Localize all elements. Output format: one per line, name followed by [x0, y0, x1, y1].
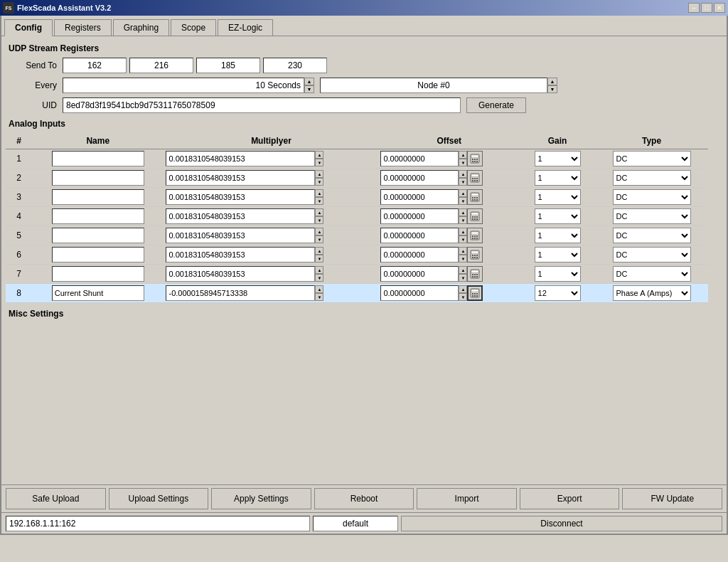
every-input[interactable]	[63, 78, 304, 93]
multiplier-input[interactable]	[166, 208, 315, 224]
offset-input[interactable]	[380, 247, 459, 263]
mult-spin-down[interactable]: ▼	[315, 274, 323, 282]
mult-spin-down[interactable]: ▼	[315, 178, 323, 186]
type-select[interactable]: DCACPhase A (Amps)Phase B (Amps)Phase C …	[613, 170, 691, 186]
tab-registers[interactable]: Registers	[54, 19, 112, 36]
mult-spin-up[interactable]: ▲	[315, 189, 323, 197]
name-input[interactable]	[52, 285, 144, 301]
gain-select[interactable]: 12481216	[535, 189, 581, 205]
mult-spin-up[interactable]: ▲	[315, 247, 323, 255]
offset-spin-up[interactable]: ▲	[459, 151, 467, 159]
offset-input[interactable]	[380, 266, 459, 282]
offset-spin-down[interactable]: ▼	[459, 197, 467, 205]
fw-update-button[interactable]: FW Update	[622, 488, 722, 509]
offset-spin-down[interactable]: ▼	[459, 216, 467, 224]
offset-spin-up[interactable]: ▲	[459, 208, 467, 216]
gain-select[interactable]: 12481216	[535, 208, 581, 224]
scrollable-content[interactable]: UDP Stream Registers Send To Every	[6, 41, 711, 482]
mult-spin-up[interactable]: ▲	[315, 151, 323, 159]
offset-spin-up[interactable]: ▲	[459, 247, 467, 255]
offset-spin-down[interactable]: ▼	[459, 274, 467, 282]
mult-spin-down[interactable]: ▼	[315, 197, 323, 205]
type-select[interactable]: DCACPhase A (Amps)Phase B (Amps)Phase C …	[613, 247, 691, 263]
type-select[interactable]: DCACPhase A (Amps)Phase B (Amps)Phase C …	[613, 189, 691, 205]
send-to-input-2[interactable]	[129, 58, 193, 73]
gain-select[interactable]: 12481216	[535, 285, 581, 301]
multiplier-input[interactable]	[166, 266, 315, 282]
offset-spin-up[interactable]: ▲	[459, 285, 467, 293]
calc-button[interactable]	[467, 285, 483, 301]
name-input[interactable]	[52, 189, 144, 205]
every-spin-down[interactable]: ▼	[304, 85, 314, 93]
apply-settings-button[interactable]: Apply Settings	[211, 488, 311, 509]
calc-button[interactable]	[467, 247, 483, 263]
send-to-input-4[interactable]	[263, 58, 327, 73]
tab-ez-logic[interactable]: EZ-Logic	[218, 19, 273, 36]
close-button[interactable]: ✕	[714, 3, 725, 13]
multiplier-input[interactable]	[166, 170, 315, 186]
mult-spin-down[interactable]: ▼	[315, 216, 323, 224]
status-profile-input[interactable]	[313, 516, 398, 531]
name-input[interactable]	[52, 266, 144, 282]
multiplier-input[interactable]	[166, 189, 315, 205]
calc-button[interactable]	[467, 170, 483, 186]
type-select[interactable]: DCACPhase A (Amps)Phase B (Amps)Phase C …	[613, 285, 691, 301]
safe-upload-button[interactable]: Safe Upload	[6, 488, 106, 509]
offset-input[interactable]	[380, 170, 459, 186]
node-input[interactable]	[320, 78, 547, 93]
calc-button[interactable]	[467, 151, 483, 166]
status-ip-input[interactable]	[6, 516, 310, 531]
send-to-input-1[interactable]	[63, 58, 127, 73]
calc-button[interactable]	[467, 189, 483, 205]
offset-spin-up[interactable]: ▲	[459, 189, 467, 197]
tab-scope[interactable]: Scope	[171, 19, 216, 36]
offset-spin-down[interactable]: ▼	[459, 159, 467, 166]
import-button[interactable]: Import	[417, 488, 517, 509]
mult-spin-up[interactable]: ▲	[315, 228, 323, 235]
offset-spin-down[interactable]: ▼	[459, 255, 467, 263]
calc-button[interactable]	[467, 266, 483, 282]
multiplier-input[interactable]	[166, 247, 315, 263]
gain-select[interactable]: 12481216	[535, 151, 581, 166]
gain-select[interactable]: 12481216	[535, 170, 581, 186]
mult-spin-down[interactable]: ▼	[315, 293, 323, 301]
multiplier-input[interactable]	[166, 285, 315, 301]
multiplier-input[interactable]	[166, 151, 315, 166]
type-select[interactable]: DCACPhase A (Amps)Phase B (Amps)Phase C …	[613, 208, 691, 224]
mult-spin-up[interactable]: ▲	[315, 285, 323, 293]
offset-spin-down[interactable]: ▼	[459, 178, 467, 186]
offset-input[interactable]	[380, 285, 459, 301]
uid-input[interactable]	[63, 97, 461, 113]
offset-spin-down[interactable]: ▼	[459, 235, 467, 243]
type-select[interactable]: DCACPhase A (Amps)Phase B (Amps)Phase C …	[613, 266, 691, 282]
tab-graphing[interactable]: Graphing	[113, 19, 169, 36]
offset-spin-up[interactable]: ▲	[459, 228, 467, 235]
offset-spin-up[interactable]: ▲	[459, 170, 467, 178]
name-input[interactable]	[52, 228, 144, 243]
type-select[interactable]: DCACPhase A (Amps)Phase B (Amps)Phase C …	[613, 151, 691, 166]
upload-settings-button[interactable]: Upload Settings	[109, 488, 209, 509]
gain-select[interactable]: 12481216	[535, 228, 581, 243]
mult-spin-up[interactable]: ▲	[315, 170, 323, 178]
calc-button[interactable]	[467, 228, 483, 243]
multiplier-input[interactable]	[166, 228, 315, 243]
offset-input[interactable]	[380, 208, 459, 224]
mult-spin-down[interactable]: ▼	[315, 159, 323, 166]
every-spin-up[interactable]: ▲	[304, 78, 314, 85]
offset-input[interactable]	[380, 228, 459, 243]
mult-spin-down[interactable]: ▼	[315, 235, 323, 243]
send-to-input-3[interactable]	[196, 58, 260, 73]
gain-select[interactable]: 12481216	[535, 247, 581, 263]
name-input[interactable]	[52, 151, 144, 166]
calc-button[interactable]	[467, 208, 483, 224]
generate-button[interactable]: Generate	[466, 97, 526, 113]
offset-input[interactable]	[380, 151, 459, 166]
minimize-button[interactable]: –	[688, 3, 700, 13]
mult-spin-down[interactable]: ▼	[315, 255, 323, 263]
name-input[interactable]	[52, 170, 144, 186]
type-select[interactable]: DCACPhase A (Amps)Phase B (Amps)Phase C …	[613, 228, 691, 243]
gain-select[interactable]: 12481216	[535, 266, 581, 282]
maximize-button[interactable]: □	[701, 3, 712, 13]
tab-config[interactable]: Config	[4, 19, 53, 36]
reboot-button[interactable]: Reboot	[314, 488, 414, 509]
